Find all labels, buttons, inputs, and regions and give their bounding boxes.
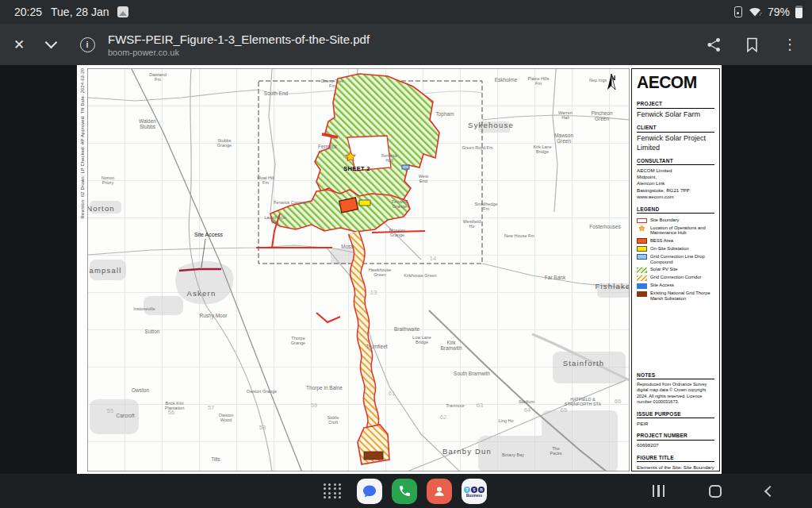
recents-button[interactable] [653,485,665,497]
map-label: Sutton [145,329,160,334]
tsb-logo: TSB [464,487,485,493]
close-button[interactable]: ✕ [3,29,35,60]
pdf-page[interactable]: Revision: 02 Drawn: LP Checked: AP Appro… [77,65,722,474]
map-label: Fenwick Common [274,200,308,205]
legend-item: Site Access [637,283,714,289]
consultant-line: Midpoint, [637,174,714,180]
battery-percent: 79% [768,6,790,18]
map-label: The Packs [550,446,562,456]
info-icon: i [80,37,95,52]
map-label: Moat Hill Fm [257,175,274,186]
legend-label: Solar PV Site [650,267,677,272]
map-label: Fosterhouses [589,224,620,229]
project-value: Fenwick Solar Farm [637,110,714,119]
legend-heading: LEGEND [637,206,714,214]
legend-label: Site Boundary [650,217,679,223]
map-label: Site Access [194,232,223,238]
solar-pv-site-swatch [637,267,647,273]
collapse-button[interactable] [35,29,67,60]
map-label: 14 [430,256,436,263]
more-options-button[interactable]: ⋮ [774,29,806,60]
map-label: Green Royd Fm [462,145,492,150]
info-button[interactable]: i [71,29,103,60]
wifi-icon [748,6,762,18]
map-label: Kirk Bramwith [440,340,462,352]
bookmark-icon [745,37,759,52]
map-labels-layer: Dawland FmWalden StubbsStubbs GrangeSout… [88,69,629,471]
map-label: Norton [87,205,115,214]
grid-drop-compound-swatch [637,254,647,260]
map-label: Ling Ho [499,418,514,423]
map-label: 56 [168,410,174,417]
map-label: Braithwaite [394,326,419,332]
phone-app-icon[interactable] [392,479,417,504]
share-button[interactable] [698,29,730,60]
map-label: Carcroft [116,413,134,418]
map-label: New House Fm [504,233,534,238]
messages-app-icon[interactable] [357,479,382,504]
date: Tue, 28 Jan [51,6,109,18]
bookmark-button[interactable] [736,29,768,60]
legend-item: Grid Connection Corridor [637,275,714,281]
map-label: Rushy Moor [199,313,227,318]
clock: 20:25 [14,6,42,18]
map-label: Dawland Fm [149,72,166,83]
map-label: Ladythorpe Fm [264,215,286,225]
bess-area-swatch [637,238,647,244]
legend-label: BESS Area [650,238,673,244]
om-hub-swatch: ★ [637,225,647,231]
legend-list: Site Boundary★Location of Operations and… [637,216,714,304]
grid-corridor-swatch [637,275,647,281]
app-drawer-button[interactable] [324,483,341,500]
tsb-business-app-icon[interactable]: TSB Business [462,479,487,504]
map-label: Tranmoor [446,403,465,408]
map-label: Far Bank [545,275,565,280]
map-label: 62 [440,414,446,421]
map-label: Walden Stubbs [139,118,156,130]
map-label: Sickle Croft [327,415,339,425]
map-label: HATFIELD & STAINFORTH STA [565,397,601,407]
battery-icon [795,6,802,18]
site-access-swatch [637,283,647,289]
map-label: Owston [132,387,149,393]
status-bar: 20:25 Tue, 28 Jan 79% [0,0,812,24]
map-label: Barnby Dun [442,448,492,456]
figure-title-heading: FIGURE TITLE [637,455,714,463]
aecom-logo: AECOM [637,72,714,92]
map-label: Norton Priory [102,175,115,186]
map-label: South End [264,90,288,96]
consultant-line: Alencon Link [637,180,714,187]
site-boundary-swatch [637,218,647,223]
map-label: 58 [259,425,266,432]
map-label: Fenwick Grange [392,199,408,210]
map-label: 64 [524,407,530,414]
map-label: 57 [208,405,214,412]
legend-item: Site Boundary [637,217,714,223]
thorpe-marsh-swatch [637,291,647,297]
taskbar: TSB Business [0,474,812,508]
map-label: Low Lane Bridge [412,335,431,345]
map-label: Botany Bay [502,452,524,457]
map-label: Mawson Green [554,133,573,144]
legend-item: On-Site Substation [637,246,714,252]
map-label: Kirk Lane Bridge [533,144,551,155]
map-label: Fishlake [596,283,630,291]
map-label: Stadium [519,399,534,404]
map-label: Tilts [211,456,220,462]
android-screen: 20:25 Tue, 28 Jan 79% ✕ i FWSF-PEIR_Figu… [0,0,812,508]
pdf-viewer: Revision: 02 Drawn: LP Checked: AP Appro… [0,65,812,474]
back-button[interactable] [764,485,776,496]
more-options-icon: ⋮ [783,36,797,53]
issue-purpose-value: PEIR [637,421,714,427]
map-label: Cherry Tree Fm [320,79,343,89]
legend-item: ★Location of Operations and Maintenance … [637,225,714,237]
battery-care-icon [734,6,742,17]
contacts-app-icon[interactable] [427,479,452,504]
map-label: 13 [370,290,377,297]
consultant-heading: CONSULTANT [637,158,714,166]
home-button[interactable] [709,485,722,498]
map-label: Owston Wood [219,413,234,423]
legend-item: BESS Area [637,238,714,244]
map-label: Stainforth [563,360,605,368]
share-icon [707,37,722,52]
